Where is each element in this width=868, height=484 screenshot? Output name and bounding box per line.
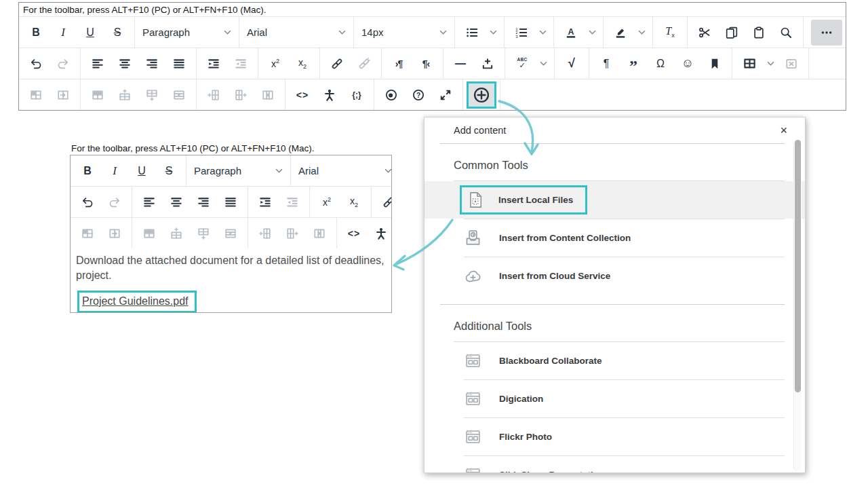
italic-button[interactable]: I — [50, 20, 77, 45]
italic-button[interactable]: I — [101, 158, 128, 184]
redo-button[interactable] — [101, 189, 128, 215]
insert-table-menu[interactable] — [763, 51, 778, 77]
rtl-button[interactable]: ¶‹ — [412, 51, 439, 77]
insert-column-before-button[interactable] — [252, 221, 279, 246]
font-family-select[interactable]: Arial — [243, 20, 350, 45]
clear-formatting-button[interactable]: Tx — [656, 20, 684, 45]
background-color-button[interactable] — [607, 20, 634, 45]
insert-column-before-button[interactable] — [200, 82, 227, 108]
special-character-button[interactable]: Ω — [647, 51, 674, 77]
panel-item-insert-from-content-collection[interactable]: Insert from Content Collection — [425, 219, 805, 257]
ltr-button[interactable]: ›¶ — [385, 51, 412, 77]
indent-button[interactable] — [252, 189, 279, 215]
attachment-link[interactable]: Project Guidelines.pdf — [82, 295, 189, 307]
align-right-button[interactable] — [190, 189, 217, 215]
cell-properties-button[interactable] — [22, 82, 50, 108]
font-family-select[interactable]: Arial — [294, 158, 392, 184]
align-left-button[interactable] — [84, 51, 111, 77]
strikethrough-button[interactable]: S — [155, 158, 182, 184]
font-size-select[interactable]: 14px — [357, 20, 451, 45]
panel-item-flickr-photo[interactable]: Flickr Photo — [425, 418, 805, 455]
remove-link-button[interactable] — [351, 51, 378, 77]
close-icon[interactable]: × — [778, 123, 789, 138]
insert-link-button[interactable] — [375, 189, 392, 215]
row-properties-button[interactable] — [136, 221, 163, 246]
copy-button[interactable] — [718, 20, 745, 45]
align-right-button[interactable] — [138, 51, 165, 77]
delete-row-button[interactable] — [217, 221, 244, 246]
subscript-button[interactable]: x2 — [289, 51, 316, 77]
indent-button[interactable] — [200, 51, 227, 77]
search-button[interactable] — [772, 20, 800, 45]
redo-button[interactable] — [50, 51, 77, 77]
superscript-button[interactable]: x2 — [313, 189, 340, 215]
preview-button[interactable] — [378, 82, 405, 108]
bold-button[interactable]: B — [74, 158, 101, 184]
insert-column-after-button[interactable] — [227, 82, 254, 108]
page-break-button[interactable] — [474, 51, 501, 77]
underline-button[interactable]: U — [77, 20, 104, 45]
align-justify-button[interactable] — [165, 51, 193, 77]
subscript-button[interactable]: x2 — [340, 189, 368, 215]
cut-button[interactable] — [691, 20, 718, 45]
paste-button[interactable] — [745, 20, 772, 45]
spellcheck-menu[interactable] — [536, 51, 551, 77]
panel-item-insert-local-files[interactable]: Insert Local Files — [425, 181, 805, 219]
code-sample-button[interactable]: {;} — [343, 82, 370, 108]
bullet-list-menu[interactable] — [486, 20, 500, 45]
panel-scrollbar[interactable] — [793, 140, 802, 471]
blockquote-button[interactable]: ” — [620, 51, 647, 77]
paragraph-style-select[interactable]: Paragraph — [190, 158, 287, 184]
delete-table-button[interactable] — [778, 51, 805, 77]
merge-cells-button[interactable] — [101, 221, 128, 246]
undo-button[interactable] — [22, 51, 50, 77]
delete-column-button[interactable] — [254, 82, 281, 108]
outdent-button[interactable] — [227, 51, 254, 77]
source-code-button[interactable]: <> — [289, 82, 316, 108]
paragraph-style-select[interactable]: Paragraph — [138, 20, 235, 45]
align-left-button[interactable] — [136, 189, 163, 215]
superscript-button[interactable]: x2 — [262, 51, 289, 77]
background-color-menu[interactable] — [634, 20, 649, 45]
panel-item-blackboard-collaborate[interactable]: Blackboard Collaborate — [425, 342, 805, 379]
insert-row-below-button[interactable] — [138, 82, 165, 108]
delete-row-button[interactable] — [165, 82, 193, 108]
horizontal-rule-button[interactable]: — — [447, 51, 474, 77]
more-toolbar-button[interactable] — [811, 20, 842, 45]
strikethrough-button[interactable]: S — [104, 20, 131, 45]
underline-button[interactable]: U — [128, 158, 155, 184]
add-content-button[interactable] — [467, 81, 496, 109]
text-color-menu[interactable] — [585, 20, 599, 45]
scrollbar-thumb[interactable] — [795, 140, 801, 392]
align-justify-button[interactable] — [217, 189, 244, 215]
emoticon-button[interactable]: ☺ — [674, 51, 701, 77]
align-center-button[interactable] — [163, 189, 190, 215]
text-color-button[interactable]: A — [557, 20, 585, 45]
row-properties-button[interactable] — [84, 82, 111, 108]
numbered-list-button[interactable]: 123 — [508, 20, 535, 45]
anchor-button[interactable] — [701, 51, 728, 77]
insert-table-button[interactable] — [736, 51, 763, 77]
paragraph-marks-button[interactable]: ¶ — [593, 51, 620, 77]
cell-properties-button[interactable] — [74, 221, 101, 246]
fullscreen-button[interactable] — [432, 82, 459, 108]
numbered-list-menu[interactable] — [535, 20, 550, 45]
insert-column-after-button[interactable] — [279, 221, 306, 246]
math-editor-button[interactable]: √ — [558, 51, 585, 77]
insert-row-above-button[interactable] — [111, 82, 138, 108]
undo-button[interactable] — [74, 189, 101, 215]
delete-column-button[interactable] — [306, 221, 333, 246]
bold-button[interactable]: B — [22, 20, 50, 45]
accessibility-checker-button[interactable] — [368, 221, 392, 246]
insert-row-above-button[interactable] — [163, 221, 190, 246]
editor-body[interactable]: Download the attached document for a det… — [71, 248, 391, 313]
accessibility-checker-button[interactable] — [316, 82, 343, 108]
outdent-button[interactable] — [279, 189, 306, 215]
bullet-list-button[interactable] — [458, 20, 486, 45]
align-center-button[interactable] — [111, 51, 138, 77]
source-code-button[interactable]: <> — [340, 221, 368, 246]
help-button[interactable]: ? — [405, 82, 432, 108]
merge-cells-button[interactable] — [50, 82, 77, 108]
panel-item-insert-from-cloud-service[interactable]: Insert from Cloud Service — [425, 257, 805, 295]
spellcheck-button[interactable]: ABC✓ — [509, 51, 536, 77]
